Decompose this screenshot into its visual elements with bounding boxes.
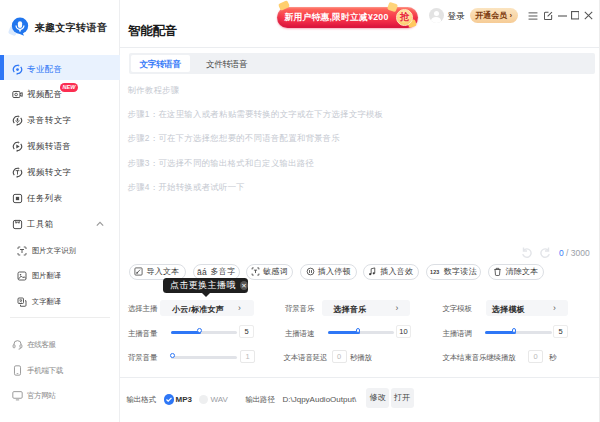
- svg-text:123: 123: [430, 269, 439, 275]
- svg-text:āá: āá: [197, 267, 207, 277]
